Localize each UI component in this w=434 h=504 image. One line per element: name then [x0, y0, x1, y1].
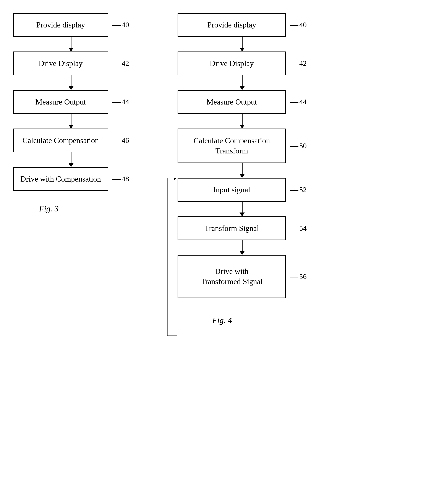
arrow-head-3 — [68, 125, 74, 128]
right-input-signal-box: Input signal — [178, 178, 286, 202]
arrow-line-3 — [71, 114, 72, 125]
right-provide-display-label: Provide display — [207, 20, 256, 29]
left-provide-display-box: Provide display — [13, 13, 108, 37]
right-arrow-line-4 — [242, 163, 242, 174]
right-measure-output-box: Measure Output — [178, 90, 286, 114]
left-measure-output-box: Measure Output — [13, 90, 108, 114]
left-fig-label: Fig. 3 — [39, 204, 59, 213]
right-drive-display-box: Drive Display — [178, 52, 286, 75]
arrow-4 — [68, 152, 74, 167]
right-arrow-5 — [240, 202, 245, 216]
right-transform-signal-ref: 54 — [290, 224, 307, 232]
arrow-2 — [68, 75, 74, 90]
loop-back-arrow-svg — [165, 178, 179, 336]
left-calculate-compensation-label: Calculate Compensation — [23, 136, 99, 145]
left-drive-with-compensation-ref: 48 — [112, 175, 129, 183]
left-provide-display-row: Provide display 40 — [13, 13, 129, 37]
right-flowchart: Provide display 40 Drive Display 42 — [178, 13, 307, 298]
right-arrow-6 — [240, 240, 245, 255]
left-drive-display-ref: 42 — [112, 59, 129, 68]
right-arrow-head-6 — [240, 251, 245, 255]
right-drive-display-label: Drive Display — [210, 59, 254, 68]
left-drive-display-label: Drive Display — [39, 59, 83, 68]
right-arrow-4 — [240, 163, 245, 178]
left-measure-output-label: Measure Output — [36, 97, 86, 107]
right-arrow-line-2 — [242, 75, 242, 86]
left-measure-output-row: Measure Output 44 — [13, 90, 129, 114]
right-arrow-line-3 — [242, 114, 242, 125]
arrow-head-1 — [68, 48, 74, 52]
arrow-3 — [68, 114, 74, 128]
right-calc-comp-transform-label-2: Transform — [215, 146, 248, 156]
right-arrow-head-3 — [240, 125, 245, 128]
right-calc-comp-transform-label-1: Calculate Compensation — [194, 136, 270, 146]
right-arrow-line-1 — [242, 37, 242, 48]
right-arrow-line-6 — [242, 240, 242, 251]
right-diagram: Provide display 40 Drive Display 42 — [165, 0, 377, 504]
right-measure-output-ref: 44 — [290, 98, 307, 106]
page: Provide display 40 Drive Display 42 — [0, 0, 434, 504]
svg-marker-3 — [174, 178, 177, 180]
right-input-signal-row: Input signal 52 — [178, 178, 307, 202]
right-provide-display-ref: 40 — [290, 21, 307, 29]
right-arrow-head-5 — [240, 213, 245, 216]
right-calc-comp-transform-row: Calculate Compensation Transform 50 — [178, 128, 307, 163]
right-drive-transformed-signal-row: Drive with Transformed Signal 56 — [178, 255, 307, 298]
arrow-line-4 — [71, 152, 72, 163]
right-calc-comp-transform-ref: 50 — [290, 142, 307, 150]
left-measure-output-ref: 44 — [112, 98, 129, 106]
right-measure-output-row: Measure Output 44 — [178, 90, 307, 114]
left-drive-display-box: Drive Display — [13, 52, 108, 75]
right-provide-display-row: Provide display 40 — [178, 13, 307, 37]
right-drive-transformed-signal-label-1: Drive with — [215, 266, 249, 277]
arrow-head-2 — [68, 86, 74, 90]
left-provide-display-label: Provide display — [36, 20, 85, 29]
left-provide-display-ref: 40 — [112, 21, 129, 29]
left-calculate-compensation-row: Calculate Compensation 46 — [13, 128, 129, 152]
right-arrow-2 — [240, 75, 245, 90]
right-arrow-line-5 — [242, 202, 242, 213]
left-drive-with-compensation-row: Drive with Compensation 48 — [13, 167, 129, 191]
right-drive-transformed-signal-ref: 56 — [290, 272, 307, 281]
right-arrow-head-1 — [240, 48, 245, 52]
right-arrow-3 — [240, 114, 245, 128]
arrow-line-1 — [71, 37, 72, 48]
right-transform-signal-label: Transform Signal — [204, 224, 259, 233]
arrow-head-4 — [68, 163, 74, 167]
left-drive-display-row: Drive Display 42 — [13, 52, 129, 75]
left-flowchart: Provide display 40 Drive Display 42 — [13, 13, 129, 191]
right-drive-display-ref: 42 — [290, 59, 307, 68]
left-calculate-compensation-box: Calculate Compensation — [13, 128, 108, 152]
right-transform-signal-row: Transform Signal 54 — [178, 216, 307, 240]
right-fig-label: Fig. 4 — [212, 315, 232, 325]
left-drive-with-compensation-label: Drive with Compensation — [20, 174, 101, 183]
right-measure-output-label: Measure Output — [207, 97, 257, 107]
arrow-line-2 — [71, 75, 72, 86]
right-drive-transformed-signal-label-2: Transformed Signal — [201, 277, 263, 287]
left-calculate-compensation-ref: 46 — [112, 136, 129, 144]
right-arrow-head-2 — [240, 86, 245, 90]
right-calc-comp-transform-box: Calculate Compensation Transform — [178, 128, 286, 163]
right-arrow-1 — [240, 37, 245, 52]
loop-section: Input signal 52 Transform Signal 54 — [178, 178, 307, 298]
right-transform-signal-box: Transform Signal — [178, 216, 286, 240]
right-input-signal-ref: 52 — [290, 186, 307, 194]
left-drive-with-compensation-box: Drive with Compensation — [13, 167, 108, 191]
right-provide-display-box: Provide display — [178, 13, 286, 37]
right-arrow-head-4 — [240, 174, 245, 178]
right-drive-transformed-signal-box: Drive with Transformed Signal — [178, 255, 286, 298]
right-drive-display-row: Drive Display 42 — [178, 52, 307, 75]
arrow-1 — [68, 37, 74, 52]
left-diagram: Provide display 40 Drive Display 42 — [0, 0, 165, 504]
right-input-signal-label: Input signal — [213, 185, 250, 194]
